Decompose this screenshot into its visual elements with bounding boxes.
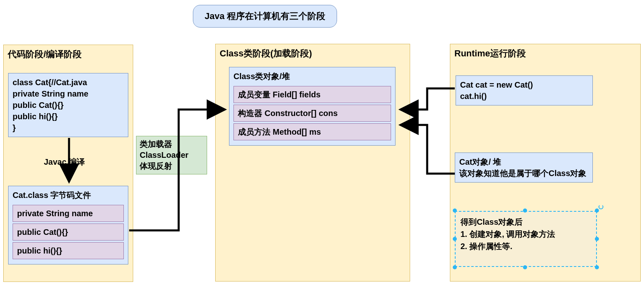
stage-runtime-title: Runtime运行阶段 [450, 44, 640, 61]
heap-item-methods: 成员方法 Method[] ms [233, 123, 391, 140]
source-code-box: class Cat{//Cat.java private String name… [8, 73, 128, 137]
bytecode-box: Cat.class 字节码文件 private String name publ… [8, 186, 128, 264]
diagram-title: Java 程序在计算机有三个阶段 [193, 5, 337, 28]
cat-object-box: Cat对象/ 堆 该对象知道他是属于哪个Class对象 [455, 153, 593, 183]
stage-class-title: Class类阶段(加载阶段) [216, 44, 410, 61]
selection-handle[interactable] [595, 265, 599, 269]
bytecode-item-field: private String name [13, 205, 124, 222]
stage-code-title: 代码阶段/编译阶段 [4, 45, 133, 62]
compile-label: Javac 编译 [44, 157, 85, 168]
bytecode-item-constructor: public Cat(){} [13, 224, 124, 241]
class-heap-title: Class类对象/堆 [233, 71, 391, 84]
bytecode-item-method: public hi(){} [13, 242, 124, 259]
selection-handle[interactable] [523, 265, 527, 269]
heap-item-fields: 成员变量 Field[] fields [233, 86, 391, 103]
heap-item-constructors: 构造器 Constructor[] cons [233, 105, 391, 122]
selection-handle[interactable] [453, 265, 457, 269]
selection-handle[interactable] [595, 237, 599, 241]
bytecode-title: Cat.class 字节码文件 [13, 189, 124, 203]
runtime-code-box: Cat cat = new Cat() cat.hi() [456, 75, 593, 105]
selection-handle[interactable] [523, 208, 527, 213]
class-heap-box: Class类对象/堆 成员变量 Field[] fields 构造器 Const… [229, 67, 395, 146]
selection-handle[interactable] [453, 237, 457, 241]
selection-handle[interactable] [595, 208, 599, 213]
after-class-box[interactable]: 得到Class对象后 1. 创建对象, 调用对象方法 2. 操作属性等. [455, 211, 597, 267]
classloader-box: 类加载器 ClassLoader 体现反射 [136, 136, 207, 174]
selection-rotate-handle[interactable] [599, 204, 603, 209]
selection-handle[interactable] [453, 208, 457, 213]
